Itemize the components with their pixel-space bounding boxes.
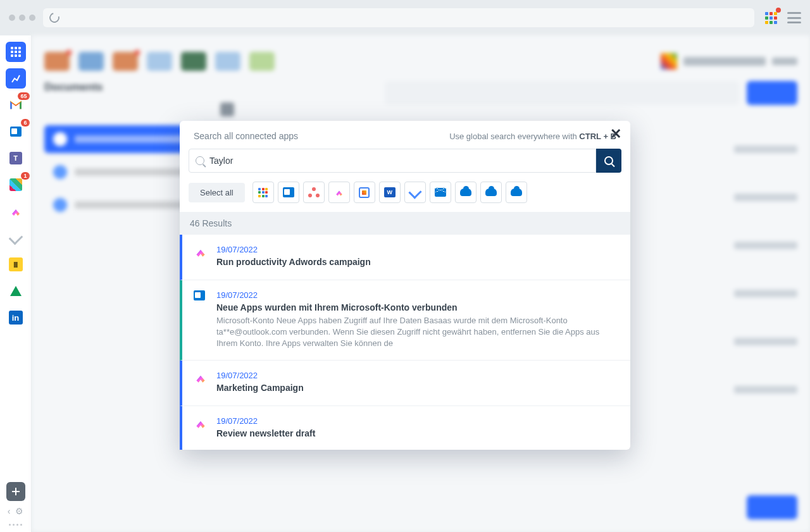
bottom-controls: ‹ ⚙ bbox=[8, 506, 24, 516]
search-result-item[interactable]: 19/07/2022Neue Apps wurden mit Ihrem Mic… bbox=[180, 280, 630, 361]
result-title: Run productivity Adwords campaign bbox=[216, 257, 619, 267]
search-result-item[interactable]: 19/07/2022Review newsletter draft bbox=[180, 406, 630, 450]
miro-icon: ||| bbox=[9, 257, 23, 271]
sidebar-teams-button[interactable]: T bbox=[6, 148, 26, 168]
cloud-icon bbox=[460, 189, 471, 196]
result-date: 19/07/2022 bbox=[216, 416, 619, 426]
outlook-icon bbox=[283, 187, 294, 197]
search-input[interactable] bbox=[209, 156, 589, 166]
search-input-wrapper[interactable] bbox=[189, 149, 596, 173]
plus-icon bbox=[11, 487, 20, 496]
result-content: 19/07/2022Review newsletter draft bbox=[216, 416, 619, 441]
result-date: 19/07/2022 bbox=[216, 371, 619, 380]
dot bbox=[9, 15, 15, 21]
sidebar-clickup-button[interactable] bbox=[6, 201, 26, 221]
modal-header: Search all connected apps Use global sea… bbox=[180, 121, 630, 149]
grid-icon bbox=[258, 188, 268, 197]
result-date: 19/07/2022 bbox=[216, 245, 619, 254]
gmail-badge: 65 bbox=[18, 92, 29, 100]
shortcut-hint: Use global search everywhere with CTRL +… bbox=[449, 132, 616, 141]
cloud-icon bbox=[511, 189, 522, 196]
outlook-badge: 6 bbox=[21, 119, 29, 127]
chart-icon bbox=[11, 73, 21, 84]
documents-title: Documents bbox=[44, 81, 234, 94]
settings-icon[interactable]: ⚙ bbox=[15, 506, 23, 516]
sidebar-miro-button[interactable]: ||| bbox=[6, 254, 26, 275]
check-icon bbox=[8, 231, 23, 245]
sidebar-dashboard-button[interactable] bbox=[6, 68, 26, 89]
filter-app-asana[interactable] bbox=[303, 182, 325, 203]
result-app-icon bbox=[194, 290, 208, 304]
word-icon: W bbox=[384, 187, 396, 197]
result-app-icon bbox=[194, 416, 208, 430]
sidebar-bottom: ‹ ⚙ bbox=[0, 482, 31, 532]
result-title: Marketing Campaign bbox=[216, 383, 619, 393]
dot bbox=[29, 15, 35, 21]
result-date: 19/07/2022 bbox=[216, 290, 619, 300]
dot bbox=[19, 15, 25, 21]
notification-badge bbox=[776, 8, 781, 13]
url-bar[interactable] bbox=[43, 8, 754, 27]
sidebar-apps-button[interactable] bbox=[6, 42, 26, 62]
outlook-icon bbox=[10, 127, 22, 137]
back-icon[interactable]: ‹ bbox=[8, 506, 11, 516]
slack-badge: 1 bbox=[21, 172, 29, 180]
sidebar-tasks-button[interactable] bbox=[6, 228, 26, 248]
cloud-icon bbox=[485, 189, 497, 196]
window-dots bbox=[9, 15, 35, 21]
filter-app-onedrive2[interactable] bbox=[480, 182, 502, 203]
filter-row: Select all W bbox=[180, 182, 630, 212]
sidebar-slack-button[interactable]: 1 bbox=[6, 175, 26, 195]
results-count: 46 Results bbox=[180, 212, 630, 235]
filter-app-onedrive3[interactable] bbox=[506, 182, 527, 203]
result-app-icon bbox=[194, 371, 208, 385]
teams-icon: T bbox=[9, 152, 22, 164]
more-dots[interactable] bbox=[9, 524, 22, 526]
sidebar-gmail-button[interactable]: 65 bbox=[6, 95, 26, 115]
hamburger-menu-button[interactable] bbox=[787, 12, 801, 23]
result-app-icon bbox=[194, 245, 208, 259]
search-result-item[interactable]: 19/07/2022Marketing Campaign bbox=[180, 361, 630, 406]
filter-app-todo[interactable] bbox=[404, 182, 426, 203]
todo-icon bbox=[408, 185, 421, 199]
browser-top-bar bbox=[0, 0, 810, 35]
select-all-button[interactable]: Select all bbox=[189, 183, 245, 202]
filter-app-onedrive[interactable] bbox=[455, 182, 477, 203]
result-content: 19/07/2022Run productivity Adwords campa… bbox=[216, 245, 619, 269]
search-icon bbox=[196, 156, 204, 165]
sidebar-linkedin-button[interactable]: in bbox=[6, 307, 26, 328]
filter-app-word[interactable]: W bbox=[379, 182, 401, 203]
filter-app-clickup[interactable] bbox=[328, 182, 350, 203]
filter-app-calendar[interactable] bbox=[354, 182, 375, 203]
filter-app-basaas[interactable] bbox=[252, 182, 274, 203]
left-sidebar: 65 6 T 1 ||| in ‹ ⚙ bbox=[0, 35, 32, 532]
calendar-icon bbox=[359, 187, 370, 198]
results-list[interactable]: 19/07/2022Run productivity Adwords campa… bbox=[180, 235, 630, 450]
search-icon bbox=[604, 156, 613, 165]
slack-icon bbox=[9, 178, 22, 191]
gmail-icon bbox=[9, 100, 23, 110]
clickup-icon bbox=[334, 187, 344, 197]
result-title: Neue Apps wurden mit Ihrem Microsoft-Kon… bbox=[216, 302, 619, 312]
filter-app-outlook[interactable] bbox=[278, 182, 299, 203]
sidebar-drive-button[interactable] bbox=[6, 281, 26, 301]
asana-icon bbox=[308, 187, 320, 197]
search-submit-button[interactable] bbox=[596, 149, 621, 173]
app-filters: W bbox=[252, 182, 527, 203]
search-row bbox=[180, 149, 630, 182]
result-title: Review newsletter draft bbox=[216, 428, 619, 438]
filter-app-mail[interactable] bbox=[430, 182, 451, 203]
search-result-item[interactable]: 19/07/2022Run productivity Adwords campa… bbox=[180, 235, 630, 280]
global-search-modal: ✕ Search all connected apps Use global s… bbox=[180, 121, 630, 450]
clickup-icon bbox=[9, 205, 22, 218]
drive-icon bbox=[10, 286, 22, 296]
linkedin-icon: in bbox=[9, 311, 23, 325]
app-grid-button[interactable] bbox=[762, 9, 780, 27]
reload-icon[interactable] bbox=[47, 11, 61, 25]
add-button[interactable] bbox=[6, 482, 25, 501]
result-body: Microsoft-Konto Neue Apps haben Zugriff … bbox=[216, 315, 619, 350]
mail-icon bbox=[435, 188, 446, 197]
result-content: 19/07/2022Neue Apps wurden mit Ihrem Mic… bbox=[216, 290, 619, 350]
result-content: 19/07/2022Marketing Campaign bbox=[216, 371, 619, 395]
sidebar-outlook-button[interactable]: 6 bbox=[6, 121, 26, 142]
